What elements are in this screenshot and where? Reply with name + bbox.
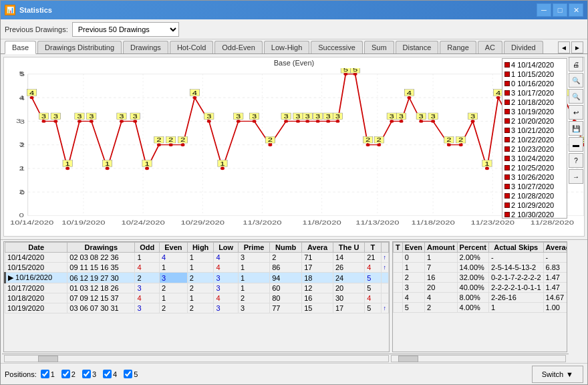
legend-panel: 4 10/14/2020 1 10/15/2020 0 10/16/2020 3… xyxy=(502,58,567,219)
tab-base[interactable]: Base xyxy=(5,41,36,54)
chart-svg: 5 4 3- 3 2 2 0 5 4 3 2 1 0 xyxy=(4,68,584,233)
svg-point-34 xyxy=(65,167,69,170)
tab-drawings-distributing[interactable]: Drawings Distributing xyxy=(37,41,122,53)
format-button[interactable]: ▬ xyxy=(569,137,583,152)
arrow-button[interactable]: → xyxy=(569,169,583,184)
svg-point-62 xyxy=(407,96,411,99)
col-drawings: Drawings xyxy=(67,243,135,253)
svg-text:5: 5 xyxy=(353,68,357,73)
switch-button[interactable]: Switch ▼ xyxy=(532,366,583,383)
svg-text:1: 1 xyxy=(144,160,149,166)
tab-drawings[interactable]: Drawings xyxy=(123,41,168,53)
svg-point-37 xyxy=(106,167,110,170)
table-row[interactable]: 4 4 8.00% 2-26-16 14.67 xyxy=(394,293,568,303)
close-button[interactable]: ✕ xyxy=(569,3,583,17)
legend-item: 2 10/23/2020 xyxy=(504,144,565,154)
tab-ac[interactable]: AC xyxy=(478,41,502,53)
svg-point-65 xyxy=(447,143,451,146)
help-button[interactable]: ? xyxy=(569,153,583,168)
left-data-table[interactable]: Date Drawings Odd Even High Low Prime Nu… xyxy=(3,241,390,352)
table-row[interactable]: 5 2 4.00% 1 1.00 xyxy=(394,303,568,313)
reset-button[interactable]: ↩ xyxy=(569,105,583,120)
zoom-in-button[interactable]: 🔍 xyxy=(569,73,583,88)
svg-point-45 xyxy=(207,120,211,122)
zoom-out-button[interactable]: 🔍 xyxy=(569,89,583,104)
col-percent: Percent xyxy=(457,243,488,253)
svg-point-49 xyxy=(268,143,272,146)
table-row-selected[interactable]: ▶ 10/16/2020 06 12 19 27 30 2 3 2 3 1 94… xyxy=(5,273,389,283)
table-row[interactable]: 10/18/2020 07 09 12 15 37 4 1 1 4 2 80 1… xyxy=(5,293,389,303)
table-row[interactable]: 10/19/2020 03 06 07 30 31 3 2 2 3 3 77 1… xyxy=(5,303,389,313)
right-scrollbar[interactable] xyxy=(391,355,566,362)
positions-label: Positions: xyxy=(5,370,37,378)
svg-text:2: 2 xyxy=(458,136,463,143)
table-row[interactable]: 10/15/2020 09 11 15 16 35 4 1 1 4 1 86 1… xyxy=(5,263,389,273)
svg-text:3: 3 xyxy=(470,113,475,120)
pos-check-5[interactable]: 5 xyxy=(124,370,138,378)
legend-item: 3 10/27/2020 xyxy=(504,182,565,191)
pos-check-4[interactable]: 4 xyxy=(103,370,117,378)
tab-prev-button[interactable]: ◄ xyxy=(558,41,570,53)
bottom-bar: Positions: 1 2 3 4 5 Switc xyxy=(1,363,587,384)
svg-point-61 xyxy=(400,120,404,122)
svg-text:3: 3 xyxy=(41,113,46,120)
svg-text:11/23/2020: 11/23/2020 xyxy=(471,219,514,225)
svg-point-60 xyxy=(390,120,394,122)
legend-item: 3 10/19/2020 xyxy=(504,107,565,116)
left-scrollbar[interactable] xyxy=(4,355,389,362)
pos-check-3[interactable]: 3 xyxy=(82,370,96,378)
previous-drawings-select[interactable]: Previous 50 Drawings Previous 100 Drawin… xyxy=(72,22,179,37)
tab-distance[interactable]: Distance xyxy=(396,41,439,53)
col-low: Low xyxy=(214,243,238,253)
svg-point-33 xyxy=(53,120,57,122)
tab-range[interactable]: Range xyxy=(440,41,476,53)
svg-point-38 xyxy=(120,120,124,122)
table-row[interactable]: 10/17/2020 01 03 12 18 26 3 2 2 3 1 60 1… xyxy=(5,283,389,293)
table-row[interactable]: 10/14/2020 02 03 08 22 36 1 4 1 4 3 2 71… xyxy=(5,253,389,263)
table-row[interactable]: 3 20 40.00% 2-2-2-2-1-0-1-1 1.47 xyxy=(394,283,568,293)
svg-point-57 xyxy=(353,73,357,76)
svg-text:3: 3 xyxy=(315,113,320,120)
svg-text:3: 3 xyxy=(325,113,330,120)
table-row[interactable]: 0 1 2.00% - - xyxy=(394,253,568,263)
svg-text:1: 1 xyxy=(65,160,69,166)
table-row[interactable]: 2 16 32.00% 0-2-1-7-2-2-2-2 1.47 xyxy=(394,273,568,283)
tab-next-button[interactable]: ► xyxy=(571,41,583,53)
minimize-button[interactable]: ─ xyxy=(537,3,551,17)
svg-point-40 xyxy=(145,167,149,170)
col-the-u: The U xyxy=(333,243,364,253)
svg-point-52 xyxy=(305,120,309,122)
svg-text:3: 3 xyxy=(283,113,288,120)
title-bar: 📊 Statistics ─ □ ✕ xyxy=(1,1,587,19)
col-high: High xyxy=(187,243,214,253)
legend-item: 0 10/16/2020 xyxy=(504,79,565,88)
tab-divided[interactable]: Divided xyxy=(504,41,543,53)
save-button[interactable]: 💾 xyxy=(569,121,583,136)
pos-check-2[interactable]: 2 xyxy=(61,370,76,378)
svg-text:0: 0 xyxy=(19,212,23,219)
svg-text:3: 3 xyxy=(295,113,300,120)
tab-low-high[interactable]: Low-High xyxy=(264,41,309,53)
svg-text:5: 5 xyxy=(20,71,25,78)
pos-check-1[interactable]: 1 xyxy=(41,370,55,378)
maximize-button[interactable]: □ xyxy=(553,3,567,17)
svg-text:2: 2 xyxy=(168,136,173,143)
col-even: Even xyxy=(159,243,187,253)
svg-text:2: 2 xyxy=(377,136,382,143)
svg-text:11/3/2020: 11/3/2020 xyxy=(243,219,281,225)
svg-point-46 xyxy=(220,167,225,170)
svg-point-54 xyxy=(326,120,330,122)
svg-text:11/28/2020: 11/28/2020 xyxy=(531,219,574,225)
tab-odd-even[interactable]: Odd-Even xyxy=(214,41,263,53)
svg-text:3: 3 xyxy=(390,113,394,120)
tab-hot-cold[interactable]: Hot-Cold xyxy=(170,41,213,53)
svg-text:4: 4 xyxy=(407,89,412,96)
svg-point-66 xyxy=(459,143,463,146)
svg-text:3: 3 xyxy=(89,113,94,120)
tab-sum[interactable]: Sum xyxy=(364,41,394,53)
right-data-table[interactable]: T Even Amount Percent Actual Skips Avera… xyxy=(392,241,567,352)
tab-successive[interactable]: Successive xyxy=(311,41,363,53)
table-row[interactable]: 1 7 14.00% 2-5-14-5-13-2 6.83 xyxy=(394,263,568,273)
print-button[interactable]: 🖨 xyxy=(569,57,583,72)
svg-text:3: 3 xyxy=(399,113,404,120)
